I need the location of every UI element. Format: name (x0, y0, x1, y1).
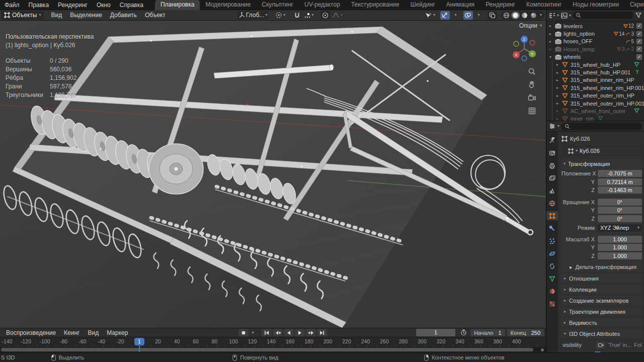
disclosure-icon[interactable]: ▸ (549, 39, 554, 44)
rotation-mode-dropdown[interactable]: XYZ Эйлер▾ (598, 224, 642, 232)
viewport-menu-item[interactable]: Объект (141, 12, 170, 19)
outliner-row-object[interactable]: ▸ AC_wheel_front_outer (546, 107, 644, 115)
move-view-hand-icon[interactable] (527, 80, 536, 89)
gizmo-x-axis[interactable]: X (515, 53, 518, 57)
gizmo-minus-z[interactable] (522, 56, 527, 61)
overlays-dropdown[interactable]: ▾ (474, 11, 484, 20)
properties-editor-caret-icon[interactable]: ▾ (557, 124, 559, 128)
disclosure-icon[interactable]: ▸ (549, 32, 554, 36)
workspace-tab[interactable]: Скульптинг (256, 0, 299, 10)
play-button[interactable] (295, 329, 305, 336)
collection-checkbox[interactable]: ✓ (636, 54, 642, 60)
properties-search-input[interactable] (561, 123, 642, 130)
workspace-tab[interactable]: Текстурирование (346, 0, 405, 10)
instancing-section[interactable]: ▸Создание экземпляров (560, 296, 642, 305)
proportional-editing-toggle[interactable] (320, 11, 330, 20)
collections-section[interactable]: ▸Коллекции (560, 285, 642, 294)
outliner-row-collection[interactable]: ▸ Hoses_temp 3 2 ✓ (546, 45, 644, 53)
frame-end-field[interactable]: Конец 250 (507, 329, 544, 336)
outliner-row-collection[interactable]: ▸ hoses_OFF 5 ✓ (546, 38, 644, 45)
i3d-visibility-value1[interactable]: 'True' in... (608, 342, 631, 348)
camera-icon-button[interactable] (596, 341, 605, 349)
disclosure-icon[interactable]: ▸ (556, 70, 561, 75)
breadcrumb-object-name[interactable]: Куб.026 (570, 136, 590, 142)
collection-checkbox[interactable]: ✓ (636, 39, 642, 44)
tab-object[interactable] (546, 211, 558, 220)
outliner-row-collection[interactable]: ▸ lights_option 14 3 ✓ (546, 30, 644, 37)
record-dropdown-icon[interactable]: ▾ (250, 331, 256, 335)
toggle-ortho-grid-icon[interactable] (527, 106, 536, 115)
rot-z-field[interactable]: 0° (598, 215, 642, 222)
shading-wireframe-button[interactable] (502, 12, 511, 19)
scale-x-field[interactable]: 1.000 (598, 236, 642, 243)
timeline-scrollbar-thumb[interactable] (1, 348, 533, 351)
tab-world[interactable] (547, 199, 557, 208)
tab-constraints[interactable] (547, 261, 557, 270)
zoom-tool-icon[interactable] (527, 67, 536, 76)
disclosure-icon[interactable]: ▸ (556, 109, 561, 113)
timeline-scrollbar[interactable] (0, 347, 546, 352)
collection-checkbox[interactable]: ✓ (636, 46, 642, 52)
topbar-menu-item[interactable]: Справка (115, 0, 148, 10)
disclosure-icon[interactable]: ▸ (556, 85, 561, 90)
outliner-row-object[interactable]: ▸ 315_wheel_outer_rim_HP.001 (546, 100, 644, 107)
collection-checkbox[interactable]: ✓ (636, 23, 642, 29)
object-name-field[interactable]: ▾ Куб.026 (566, 146, 642, 155)
mode-selector[interactable]: Объекты ▾ (2, 11, 44, 20)
transform-orientation-dropdown[interactable]: Глоб... ▾ (237, 11, 269, 20)
outliner-search-input[interactable] (573, 12, 633, 19)
disclosure-icon[interactable]: ▸ (556, 94, 561, 98)
xray-toggle[interactable] (488, 11, 497, 20)
jump-to-end-button[interactable] (317, 329, 327, 336)
workspace-tab[interactable]: Планировка (155, 0, 200, 10)
tab-view-layer[interactable] (547, 173, 557, 183)
3d-viewport[interactable]: Пользовательская перспектива (1) lights_… (0, 21, 546, 328)
workspace-tab[interactable]: Скриптинг (624, 0, 644, 10)
tab-render[interactable] (547, 148, 557, 157)
tab-texture[interactable] (547, 299, 557, 308)
tab-object-data[interactable] (547, 274, 557, 283)
rot-y-field[interactable]: 0° (598, 207, 642, 214)
gizmo-minus-y[interactable] (514, 41, 519, 46)
topbar-menu-item[interactable]: Правка (24, 0, 54, 10)
timeline-menu-item[interactable]: Кеинг (60, 329, 84, 336)
disclosure-icon[interactable]: ▾ (549, 55, 554, 59)
tab-physics[interactable] (547, 249, 557, 258)
current-frame-field[interactable]: 1 (416, 329, 455, 336)
outliner-editor-caret-icon[interactable]: ▾ (557, 14, 559, 18)
frame-start-field[interactable]: Начало 1 (470, 329, 505, 336)
options-dropdown[interactable]: Опции ▾ (519, 22, 542, 29)
topbar-menu-item[interactable]: Окно (92, 0, 115, 10)
timeline-scrollbar-knob[interactable] (541, 348, 544, 351)
pivot-point-dropdown[interactable]: ▾ (274, 11, 286, 20)
visibility-section[interactable]: ▸Видимость (560, 318, 642, 327)
motion-paths-section[interactable]: ▸Траектории движения (560, 307, 642, 316)
gizmo-z-axis[interactable]: Z (523, 37, 526, 42)
shading-solid-button[interactable] (511, 12, 520, 19)
tab-modifiers[interactable] (547, 224, 557, 233)
timeline-menu-item[interactable]: Воспроизведение (2, 329, 60, 336)
delta-transform-section[interactable]: ▸ Дельта-трансформация (560, 263, 642, 272)
outliner-row-collection[interactable]: ▸ levelers 12 ✓ (546, 22, 644, 30)
i3d-attributes-section[interactable]: ▾I3D Object Attributes (560, 329, 642, 338)
scale-z-field[interactable]: 1.000 (598, 252, 642, 259)
disclosure-icon[interactable]: ▸ (556, 101, 561, 106)
disclosure-icon[interactable]: ▸ (556, 62, 561, 67)
loc-z-field[interactable]: -0.1463 m (598, 187, 642, 194)
i3d-visibility-value2[interactable]: Follows '... (634, 342, 642, 348)
outliner-editor-type-icon[interactable] (548, 12, 555, 19)
jump-to-start-button[interactable] (262, 329, 272, 336)
gizmo-dropdown[interactable]: ▾ (451, 11, 460, 20)
disclosure-icon[interactable]: ▸ (556, 117, 561, 121)
record-button[interactable] (238, 329, 249, 336)
outliner-row-object[interactable]: ▸ 315_wheel_hub_HP.001 (546, 68, 644, 76)
rot-x-field[interactable]: 0° (598, 199, 642, 206)
show-overlays-toggle[interactable] (463, 11, 473, 20)
snap-toggle[interactable] (292, 11, 302, 20)
disclosure-icon[interactable]: ▸ (549, 47, 554, 51)
outliner-row-object[interactable]: ▸ 315_wheel_hub_HP (546, 61, 644, 68)
tab-scene[interactable] (547, 186, 557, 195)
timeline-menu-item[interactable]: Маркер (103, 329, 132, 336)
properties-editor-type-icon[interactable] (548, 123, 555, 130)
tab-tool[interactable] (547, 136, 557, 145)
